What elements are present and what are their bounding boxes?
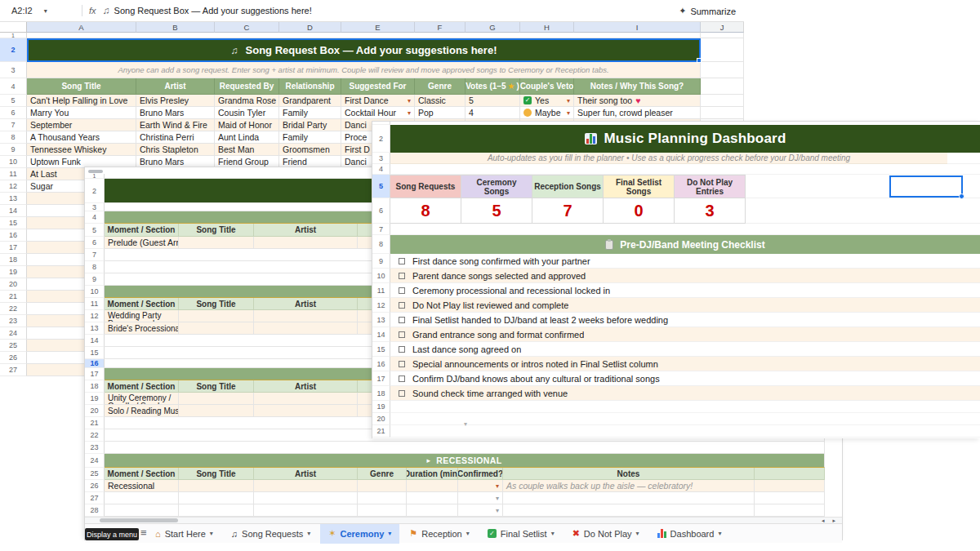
empty-cell[interactable]: [179, 405, 254, 417]
artist-cell[interactable]: Christina Perri: [136, 131, 215, 144]
checkbox[interactable]: [399, 258, 405, 264]
empty-cell[interactable]: [503, 492, 755, 504]
empty-cell[interactable]: [701, 62, 744, 78]
row-number[interactable]: 14: [85, 335, 105, 347]
empty-cell[interactable]: [407, 480, 458, 492]
row-number[interactable]: 11: [372, 283, 390, 298]
notes-cell[interactable]: Their song too♥: [574, 95, 701, 107]
empty-cell[interactable]: [701, 95, 744, 107]
header-suggested-for[interactable]: Suggested For: [341, 78, 415, 95]
row-number[interactable]: 8: [0, 131, 27, 144]
checklist-item[interactable]: Confirm DJ/band knows about any cultural…: [390, 371, 980, 386]
empty-cell[interactable]: [390, 425, 980, 438]
column-header-b[interactable]: B: [136, 22, 215, 33]
row-number[interactable]: 27: [0, 364, 27, 376]
empty-cell[interactable]: [254, 237, 358, 249]
row-number[interactable]: 12: [372, 298, 390, 313]
row-number[interactable]: 15: [85, 347, 105, 359]
column-header-c[interactable]: C: [215, 22, 279, 33]
header-requested-by[interactable]: Requested By: [215, 78, 279, 95]
artist-cell[interactable]: Bruno Mars: [136, 107, 215, 119]
dashboard-banner[interactable]: Music Planning Dashboard: [390, 125, 980, 153]
row-number[interactable]: 2: [372, 125, 390, 153]
row-number[interactable]: 21: [85, 417, 105, 429]
artist-cell[interactable]: Chris Stapleton: [136, 144, 215, 156]
selected-cell[interactable]: [889, 176, 963, 198]
empty-cell[interactable]: [755, 492, 825, 504]
empty-cell[interactable]: [358, 492, 407, 504]
artist-cell[interactable]: Elvis Presley: [136, 95, 215, 107]
instructions-cell[interactable]: Anyone can add a song request. Enter son…: [27, 62, 701, 78]
header-artist[interactable]: Artist: [254, 298, 358, 310]
row-number[interactable]: 25: [85, 468, 105, 480]
confirmed-cell[interactable]: ▾: [458, 480, 503, 492]
requested-by-cell[interactable]: Aunt Linda: [215, 131, 279, 144]
header-artist[interactable]: Artist: [254, 380, 358, 393]
row-number[interactable]: 6: [0, 107, 27, 119]
song-cell[interactable]: Tennessee Whiskey: [27, 144, 136, 156]
dropdown-icon[interactable]: ▾: [408, 97, 411, 104]
row-number[interactable]: 9: [85, 273, 105, 286]
row-number[interactable]: 20: [85, 405, 105, 417]
row-number[interactable]: 5: [0, 95, 27, 107]
chevron-down-icon[interactable]: ▾: [44, 7, 47, 15]
empty-cell[interactable]: [407, 492, 458, 504]
checkbox[interactable]: [399, 375, 405, 382]
empty-cell[interactable]: [179, 480, 254, 492]
header-song-title[interactable]: Song Title: [179, 224, 254, 237]
row-number[interactable]: 15: [372, 342, 390, 357]
checklist-item[interactable]: Parent dance songs selected and approved: [390, 269, 980, 283]
stat-label-ceremony-songs[interactable]: Ceremony Songs: [461, 175, 532, 198]
row-number[interactable]: 17: [0, 242, 27, 254]
row-number[interactable]: 22: [85, 429, 105, 442]
checklist-item[interactable]: Last dance song agreed on: [390, 342, 980, 357]
name-box[interactable]: A2:I2 ▾: [11, 6, 75, 16]
row-number[interactable]: 17: [372, 371, 390, 386]
chevron-down-icon[interactable]: ▾: [210, 530, 213, 537]
song-cell[interactable]: Can't Help Falling in Love: [27, 95, 136, 107]
header-empty[interactable]: [755, 468, 825, 480]
tab-start-here[interactable]: ⌂ Start Here ▾: [147, 524, 221, 544]
row-number[interactable]: 21: [372, 425, 390, 438]
moment-cell[interactable]: Solo / Reading Music: [105, 405, 179, 417]
row-number[interactable]: 2: [0, 38, 27, 62]
empty-cell[interactable]: [390, 401, 980, 413]
empty-cell[interactable]: [701, 78, 744, 95]
header-votes[interactable]: Votes (1–5 ★ ): [466, 78, 520, 95]
empty-cell[interactable]: [407, 504, 458, 517]
votes-cell[interactable]: 4: [466, 107, 520, 119]
empty-cell[interactable]: [254, 393, 358, 405]
checklist-item[interactable]: Do Not Play list reviewed and complete: [390, 298, 980, 313]
row-number[interactable]: 3: [0, 62, 27, 78]
moment-cell[interactable]: Bride's Processional: [105, 322, 179, 335]
requested-by-cell[interactable]: Cousin Tyler: [215, 107, 279, 119]
requested-by-cell[interactable]: Maid of Honor: [215, 119, 279, 131]
confirmed-cell[interactable]: ▾: [458, 492, 503, 504]
stat-label-song-requests[interactable]: Song Requests: [390, 175, 461, 198]
row-number[interactable]: 12: [0, 180, 27, 193]
empty-cell[interactable]: [701, 33, 744, 38]
chevron-down-icon[interactable]: ▾: [466, 530, 470, 537]
header-song-title[interactable]: Song Title: [179, 468, 254, 480]
row-number[interactable]: 12: [85, 310, 105, 322]
row-number[interactable]: 20: [372, 413, 390, 425]
empty-cell[interactable]: [503, 504, 755, 517]
empty-cell[interactable]: [390, 164, 980, 175]
empty-cell[interactable]: [254, 504, 358, 517]
row-number[interactable]: 23: [0, 315, 27, 327]
row-number[interactable]: 4: [85, 211, 105, 224]
column-header-a[interactable]: A: [27, 22, 136, 33]
row-number[interactable]: 16: [85, 359, 105, 368]
row-number[interactable]: 18: [0, 254, 27, 266]
relationship-cell[interactable]: Grandparent: [279, 95, 341, 107]
header-song-title[interactable]: Song Title: [179, 380, 254, 393]
header-song-title[interactable]: Song Title: [27, 78, 136, 95]
column-header-g[interactable]: G: [466, 22, 520, 33]
row-number[interactable]: 6: [372, 198, 390, 224]
tab-dashboard[interactable]: Dashboard ▾: [649, 524, 730, 544]
header-song-title[interactable]: Song Title: [179, 298, 254, 310]
checkbox[interactable]: [399, 331, 405, 338]
checklist-item[interactable]: Sound check time arranged with venue: [390, 386, 980, 401]
row-number[interactable]: 16: [372, 357, 390, 371]
row-number[interactable]: 10: [0, 156, 27, 168]
